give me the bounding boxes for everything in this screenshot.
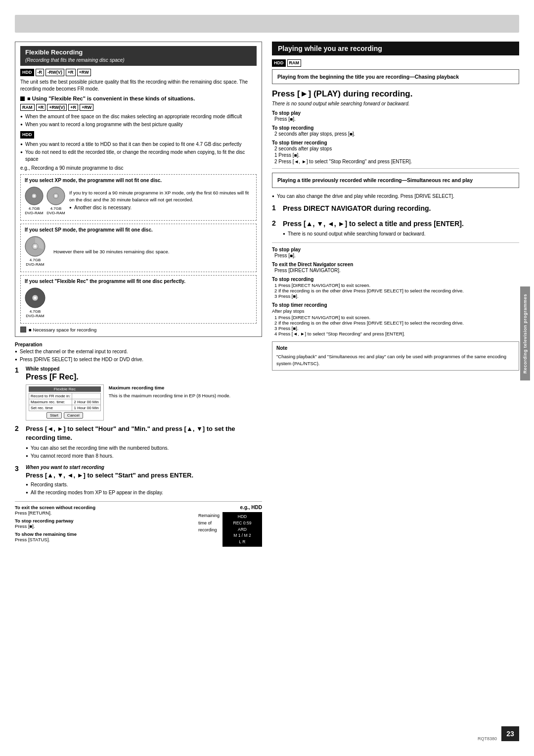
stop-play2-body: Press [■]. <box>272 253 519 258</box>
svg-point-5 <box>55 195 57 197</box>
step1-num: 1 <box>15 366 22 374</box>
simultaneous-box: Playing a title previously recorded whil… <box>272 173 519 188</box>
step2-right-content: Press [▲, ▼, ◄, ►] to select a title and… <box>283 219 519 238</box>
tag-plusrw: +RW <box>77 69 91 76</box>
frec-row2-val: 2 Hour 00 Min <box>72 399 100 405</box>
dashed1-bullet: Another disc is necessary. <box>69 204 252 211</box>
tag-hdd2: HDD <box>20 131 34 139</box>
chasing-playback-box: Playing from the beginning the title you… <box>272 69 519 85</box>
stop-timer-step1: 1 Press [■]. <box>272 152 519 158</box>
disc-container-3: 4.7GBDVD-RAM <box>25 285 252 320</box>
step1-right-num: 1 <box>272 204 279 212</box>
hdd-bullet2: You do not need to edit the recorded tit… <box>20 149 257 163</box>
bottom-left: To exit the screen without recording Pre… <box>15 505 198 542</box>
dashed2-body: However there will be 30 minutes remaini… <box>53 248 169 255</box>
stop-rec2-step2-text: If the recording is on the other drive P… <box>278 288 464 293</box>
dashed-box-flex: If you select "Flexible Rec" the program… <box>20 275 257 324</box>
stop-timer2-step2: 2 If the recording is on the other drive… <box>274 320 519 326</box>
step1-right-content: Press DIRECT NAVIGATOR during recording. <box>283 204 519 215</box>
frec-image: Flexible Rec Record to FR mode in: Maxim… <box>26 384 104 421</box>
using-media-tags: RAM +R +RW(V) +R +RW <box>20 104 257 111</box>
stop-rec2-label: To stop recording <box>272 277 519 282</box>
tag-hdd-right: HDD <box>272 59 286 67</box>
bottom-row: To exit the screen without recording Pre… <box>15 501 262 547</box>
step2-right-container: 2 Press [▲, ▼, ◄, ►] to select a title a… <box>272 219 519 238</box>
disc-svg-1: 4.7GBDVD-RAM 4.7GBDVD-RAM <box>25 187 65 215</box>
max-rec-time-area: Maximum recording time This is the maxim… <box>109 384 230 399</box>
step3-container: 3 When you want to start recording Press… <box>15 465 262 498</box>
disc-container-1: 4.7GBDVD-RAM 4.7GBDVD-RAM <box>25 185 252 217</box>
step2-num: 2 <box>15 425 22 432</box>
eg-label-right: e.g., HDD <box>240 505 262 510</box>
right-media-tags: HDD RAM <box>272 59 519 67</box>
flexible-recording-title: Flexible Recording (Recording that fits … <box>20 46 257 66</box>
frec-row3-val: 1 Hour 00 Min <box>72 405 100 411</box>
stop-timer-label: To stop timer recording <box>272 140 519 145</box>
stop-timer-body1: 2 seconds after play stops <box>272 146 519 151</box>
display-line4: M 1 / M 2 <box>225 532 259 539</box>
stop-timer-step2: 2 Press [◄, ►] to select "Stop Recording… <box>272 159 519 164</box>
step2-right-bullet: There is no sound output while searching… <box>283 231 519 237</box>
step3-num: 3 <box>15 465 22 472</box>
stop-body: Press [■]. <box>15 523 198 529</box>
dashed2-title: If you select SP mode, the programme wil… <box>25 227 252 233</box>
display-line5: L R <box>225 539 259 545</box>
step2-bullet1: You can also set the recording time with… <box>26 445 262 452</box>
step2-content: Press [◄, ►] to select "Hour" and "Min."… <box>26 425 262 460</box>
note-body: "Chasing playback" and "Simultaneous rec… <box>276 353 515 367</box>
frec-table: Record to FR mode in: Maximum rec. time:… <box>29 393 101 411</box>
right-section-title: Playing while you are recording <box>278 45 382 52</box>
frec-start-btn[interactable]: Start <box>46 412 62 419</box>
step3-when: When you want to start recording <box>26 465 262 470</box>
tag-hdd: HDD <box>20 69 34 76</box>
svg-point-11 <box>34 297 37 299</box>
tag-ram: RAM <box>20 104 35 111</box>
flexible-recording-subtitle: (Recording that fits the remaining disc … <box>25 57 125 63</box>
note-box: Note "Chasing playback" and "Simultaneou… <box>272 341 519 371</box>
stop-rec2-step2: 2 If the recording is on the other drive… <box>274 288 519 293</box>
stop-timer2-step3: 3 Press [■]. <box>274 326 519 331</box>
frec-row2-label: Maximum rec. time: <box>29 399 72 405</box>
disc-text-2: However there will be 30 minutes remaini… <box>53 248 169 255</box>
legend: ■ Necessary space for recording <box>20 327 257 332</box>
disc-sp: 4.7GBDVD-RAM <box>25 236 45 267</box>
stop-rec2-step3: 3 Press [■]. <box>274 293 519 299</box>
bottom-right: e.g., HDD Remainingtime ofrecording HDD … <box>198 505 262 547</box>
top-bar <box>15 15 519 33</box>
frec-cancel-btn[interactable]: Cancel <box>64 412 83 419</box>
disc-text-1: If you try to record a 90 minute program… <box>69 189 252 212</box>
dashed-box-xp: If you select XP mode, the programme wil… <box>20 174 257 221</box>
step1-right-label: Press DIRECT NAVIGATOR during recording. <box>283 204 519 213</box>
stop-play-label: To stop play <box>272 110 519 116</box>
disc-container-2: 4.7GBDVD-RAM However there will be 30 mi… <box>25 234 252 269</box>
show-label: To show the remaining time <box>15 531 198 537</box>
prep-title: Preparation <box>15 342 262 347</box>
step2-container: 2 Press [◄, ►] to select "Hour" and "Min… <box>15 425 262 460</box>
stop-timer2-step4-text: Press [◄, ►] to select "Stop Recording" … <box>278 331 405 336</box>
tag-rwv: -RW(V) <box>45 69 64 76</box>
box1-text: Playing from the beginning the title you… <box>277 74 459 80</box>
tag-rwv2: +RW(V) <box>47 104 67 111</box>
bullet1: When the amount of free space on the dis… <box>20 113 257 120</box>
page-wrapper: Flexible Recording (Recording that fits … <box>0 0 534 756</box>
frec-row3: Set rec. time 1 Hour 00 Min <box>29 405 101 411</box>
stop-timer2-intro: After play stops <box>272 308 519 314</box>
square-bullet-icon <box>20 96 25 101</box>
disc1-label: 4.7GBDVD-RAM <box>25 206 43 215</box>
stop-timer2-step3-text: Press [■]. <box>278 326 299 331</box>
hdd-bullet1: When you want to record a title to HDD s… <box>20 141 257 148</box>
sidebar-text: Recording television programmes <box>523 293 528 373</box>
display-line1: HDD <box>225 514 259 520</box>
step3-label: Press [▲, ▼, ◄, ►] to select "Start" and… <box>26 471 262 480</box>
step1-container: 1 While stopped Press [F Rec]. Flexible … <box>15 366 262 421</box>
preparation-section: Preparation Select the channel or the ex… <box>15 342 262 363</box>
dashed1-body: If you try to record a 90 minute program… <box>69 189 252 203</box>
tag-r: -R <box>36 69 44 76</box>
display-box: HDD REC 0:59 ARD M 1 / M 2 L R <box>222 512 262 547</box>
stop-timer2-step1-text: Press [DIRECT NAVIGATOR] to exit screen. <box>278 315 370 320</box>
flexible-recording-section: Flexible Recording (Recording that fits … <box>15 42 262 337</box>
stop-rec-label: To stop recording <box>272 125 519 131</box>
step2-label: Press [◄, ►] to select "Hour" and "Min."… <box>26 425 262 442</box>
columns: Flexible Recording (Recording that fits … <box>15 42 519 741</box>
divider2 <box>272 242 519 243</box>
